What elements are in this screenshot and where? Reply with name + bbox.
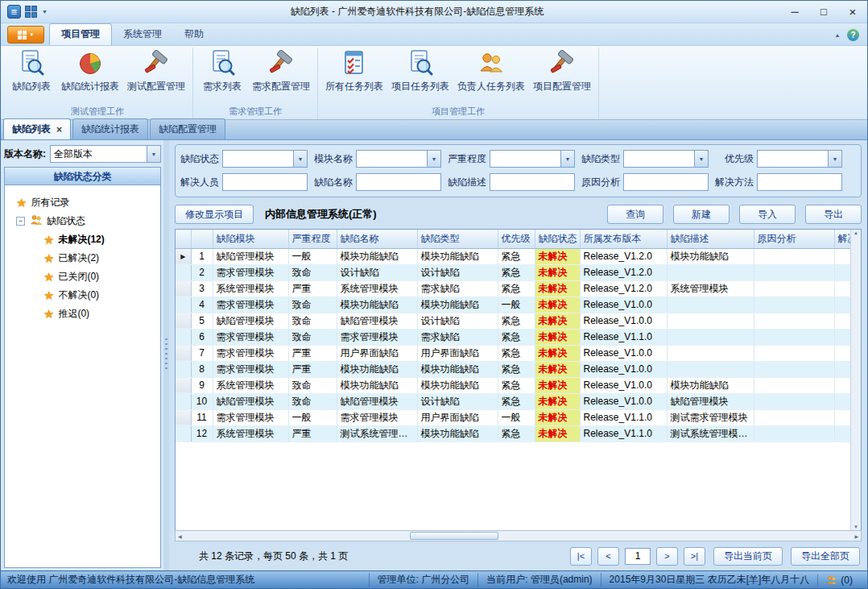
grid-cell[interactable]: 致命: [288, 329, 337, 345]
dropdown-icon[interactable]: ▼: [147, 146, 160, 162]
grid-cell[interactable]: 紧急: [498, 377, 535, 393]
grid-cell[interactable]: Release_V1.1.0: [580, 409, 667, 425]
filter-input[interactable]: [490, 173, 575, 191]
grid-cell[interactable]: 设计缺陷: [417, 313, 498, 329]
grid-cell[interactable]: 未解决: [535, 425, 580, 442]
row-selector[interactable]: [176, 393, 191, 409]
grid-column-header[interactable]: 缺陷类型: [417, 230, 498, 248]
grid-cell[interactable]: 紧急: [498, 313, 535, 329]
collapse-ribbon-icon[interactable]: ▲: [834, 32, 841, 38]
ribbon-button[interactable]: 项目任务列表: [387, 48, 453, 96]
grid-column-header[interactable]: 原因分析: [754, 230, 834, 248]
tree-item[interactable]: ★已解决(2): [8, 249, 157, 268]
grid-cell[interactable]: Release_V1.1.0: [580, 329, 667, 345]
grid-cell[interactable]: 缺陷管理模块: [337, 393, 417, 409]
grid-cell[interactable]: 需求管理模块: [337, 329, 417, 345]
grid-row[interactable]: 7需求管理模块严重用户界面缺陷用户界面缺陷紧急未解决Release_V1.0.0: [176, 345, 850, 361]
grid-cell[interactable]: [834, 297, 850, 313]
ribbon-button[interactable]: 需求列表: [196, 48, 248, 96]
dropdown-icon[interactable]: ▼: [560, 151, 574, 167]
modules-icon[interactable]: [25, 6, 38, 19]
grid-cell[interactable]: Release_V1.0.0: [580, 361, 667, 377]
grid-cell[interactable]: 未解决: [535, 264, 580, 280]
grid-cell[interactable]: 需求管理模块: [213, 409, 288, 425]
grid-cell[interactable]: [834, 409, 850, 425]
ribbon-button[interactable]: 需求配置管理: [248, 48, 314, 96]
grid-cell[interactable]: Release_V1.2.0: [580, 248, 667, 264]
row-selector[interactable]: [176, 280, 191, 297]
grid-cell[interactable]: 一般: [498, 409, 535, 425]
grid-cell[interactable]: 模块功能缺陷: [417, 361, 498, 377]
grid-cell[interactable]: [754, 264, 834, 280]
grid-cell[interactable]: 未解决: [535, 409, 580, 425]
grid-cell[interactable]: 需求管理模块: [337, 409, 417, 425]
maximize-button[interactable]: □: [809, 1, 838, 23]
grid-cell[interactable]: 模块功能缺陷: [337, 248, 417, 264]
ribbon-button[interactable]: 所有任务列表: [321, 48, 387, 96]
grid-cell[interactable]: 严重: [288, 280, 337, 297]
grid-cell[interactable]: 未解决: [535, 393, 580, 409]
grid-cell[interactable]: 紧急: [498, 329, 535, 345]
grid-cell[interactable]: Release_V1.0.0: [580, 393, 667, 409]
row-selector[interactable]: [176, 313, 191, 329]
grid-cell[interactable]: 需求管理模块: [213, 329, 288, 345]
grid-cell[interactable]: 紧急: [498, 345, 535, 361]
grid-cell[interactable]: Release_V1.0.0: [580, 377, 667, 393]
tree-item[interactable]: ★不解决(0): [8, 286, 157, 305]
filter-combo[interactable]: ▼: [623, 150, 709, 168]
tree-item[interactable]: ★已关闭(0): [8, 268, 157, 286]
grid-cell[interactable]: 致命: [288, 297, 337, 313]
grid-cell[interactable]: 紧急: [498, 248, 535, 264]
grid-cell[interactable]: 模块功能缺陷: [337, 377, 417, 393]
action-button[interactable]: 新建: [673, 205, 730, 224]
grid-cell[interactable]: [754, 297, 834, 313]
ribbon-tab[interactable]: 项目管理: [49, 23, 112, 45]
minimize-button[interactable]: ─: [780, 1, 809, 23]
grid-cell[interactable]: 需求管理模块: [213, 297, 288, 313]
ribbon-button[interactable]: 测试配置管理: [123, 48, 189, 96]
grid-cell[interactable]: [667, 361, 754, 377]
grid-cell[interactable]: 设计缺陷: [337, 264, 417, 280]
ribbon-tab[interactable]: 帮助: [173, 24, 215, 45]
grid-cell[interactable]: [754, 361, 834, 377]
grid-row[interactable]: 11需求管理模块一般需求管理模块用户界面缺陷一般未解决Release_V1.1.…: [176, 409, 850, 425]
first-page-button[interactable]: |<: [570, 547, 592, 566]
grid-cell[interactable]: Release_V1.2.0: [580, 264, 667, 280]
grid-cell[interactable]: [834, 377, 850, 393]
grid-cell[interactable]: [754, 393, 834, 409]
grid-cell[interactable]: 模块功能缺陷: [337, 361, 417, 377]
close-button[interactable]: ×: [838, 1, 867, 23]
ribbon-button[interactable]: 负责人任务列表: [453, 48, 529, 96]
grid-cell[interactable]: [834, 280, 850, 297]
grid-cell[interactable]: 致命: [288, 264, 337, 280]
vertical-scrollbar[interactable]: ▲ ▼: [850, 230, 861, 530]
tree-item[interactable]: ★未解决(12): [8, 230, 157, 249]
ribbon-button[interactable]: 缺陷列表: [6, 48, 57, 96]
grid-cell[interactable]: 缺陷管理模块: [213, 248, 288, 264]
grid-cell[interactable]: [834, 248, 850, 264]
filter-input[interactable]: [757, 173, 842, 191]
grid-cell[interactable]: 系统管理模块: [213, 425, 288, 442]
grid-cell[interactable]: 未解决: [535, 345, 580, 361]
row-selector[interactable]: [176, 361, 191, 377]
action-button[interactable]: 查询: [607, 205, 663, 224]
grid-cell[interactable]: 测试系统管理模...: [337, 425, 417, 442]
grid-cell[interactable]: [834, 425, 850, 442]
grid-cell[interactable]: [834, 361, 850, 377]
grid-cell[interactable]: 未解决: [535, 248, 580, 264]
grid-cell[interactable]: 未解决: [535, 313, 580, 329]
grid-cell[interactable]: [754, 409, 834, 425]
dropdown-icon[interactable]: ▼: [293, 151, 307, 167]
grid-cell[interactable]: 致命: [288, 313, 337, 329]
grid-cell[interactable]: 用户界面缺陷: [417, 345, 498, 361]
grid-cell[interactable]: [834, 313, 850, 329]
grid-row[interactable]: 2需求管理模块致命设计缺陷设计缺陷紧急未解决Release_V1.2.0: [176, 264, 850, 280]
grid-cell[interactable]: 缺陷管理模块: [667, 393, 754, 409]
scroll-up-icon[interactable]: ▲: [854, 230, 858, 235]
ribbon-button[interactable]: 缺陷统计报表: [57, 48, 123, 96]
grid-cell[interactable]: 紧急: [498, 280, 535, 297]
document-tab[interactable]: 缺陷统计报表: [72, 118, 148, 139]
grid-cell[interactable]: 一般: [288, 409, 337, 425]
grid-cell[interactable]: [834, 393, 850, 409]
grid-cell[interactable]: [754, 280, 834, 297]
